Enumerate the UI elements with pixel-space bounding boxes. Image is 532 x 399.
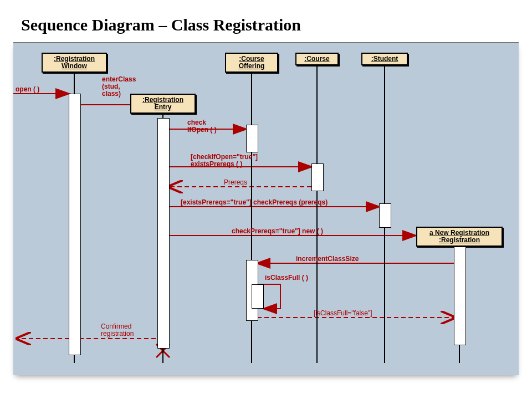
diagram-canvas: :Registration Window:Registration Entry:…	[13, 42, 519, 375]
msg-prereqsReturn: Prereqs	[224, 179, 247, 186]
page-title: Sequence Diagram – Class Registration	[0, 0, 532, 42]
object-newReg: a New Registration :Registration	[416, 227, 503, 247]
activation-newReg-5	[454, 247, 466, 345]
msg-existsPrereqs: [checkIfOpen="true"] existsPrereqs ( )	[191, 154, 258, 168]
msg-isClassFullReturn: [isClassFull="false"]	[314, 310, 372, 317]
msg-checkIfOpen: check IfOpen ( )	[187, 119, 217, 134]
arrows-layer	[13, 43, 519, 375]
activation-courseOffering-7	[252, 284, 264, 309]
lifeline-course	[316, 65, 318, 363]
msg-newMsg: checkPrereqs="true"] new ( )	[232, 228, 323, 235]
msg-incrementClassSize: incrementClassSize	[296, 255, 359, 263]
activation-student-4	[379, 203, 391, 228]
object-student: :Student	[361, 53, 408, 65]
activation-regWindow-0	[69, 94, 81, 355]
msg-isClassFull: isClassFull ( )	[265, 274, 308, 282]
object-regWindow: :Registration Window	[42, 53, 107, 73]
object-courseOffering: :Course Offering	[225, 53, 278, 73]
object-regEntry: :Registration Entry	[130, 94, 196, 114]
activation-courseOffering-2	[246, 125, 258, 152]
msg-enterClass: enterClass (stud, class)	[102, 76, 136, 98]
object-course: :Course	[295, 53, 339, 65]
activation-regEntry-1	[157, 118, 170, 349]
msg-checkPrereqs: [existsPrereqs="true"] checkPrereqs (pre…	[181, 199, 328, 206]
activation-course-3	[311, 163, 324, 191]
msg-confirmed: Confirmed registration	[101, 323, 134, 337]
msg-open: open ( )	[16, 86, 39, 93]
